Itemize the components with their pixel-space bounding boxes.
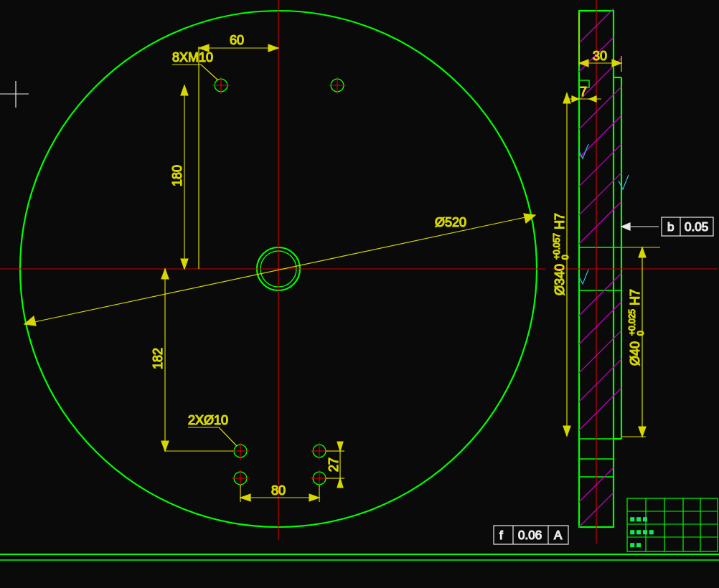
svg-line-46: [219, 427, 237, 446]
gtol-f: f 0.06 A: [494, 526, 568, 544]
title-block: ■ ■ ■ ■ ■ ■ ■ ■ ■: [627, 498, 718, 551]
svg-text:182: 182: [151, 348, 165, 369]
dim-d340: Ø340 +0.057 0 H7: [552, 93, 570, 436]
svg-text:H7: H7: [628, 289, 642, 305]
svg-text:30: 30: [593, 49, 607, 63]
svg-text:27: 27: [326, 457, 341, 472]
callout-8xm10: 8XM10: [172, 50, 218, 80]
svg-text:0: 0: [636, 331, 646, 336]
gtol-b: b 0.05: [621, 217, 713, 236]
svg-text:b: b: [667, 220, 674, 234]
side-view: 30 7 Ø340 +0.057 0 H7: [494, 0, 718, 544]
svg-marker-109: [639, 427, 646, 437]
svg-marker-39: [181, 259, 188, 269]
svg-marker-43: [161, 441, 169, 451]
svg-text:2XØ10: 2XØ10: [188, 413, 228, 427]
svg-marker-52: [240, 494, 250, 501]
svg-marker-53: [309, 494, 319, 501]
svg-text:■ ■ ■ ■: ■ ■ ■ ■: [630, 528, 654, 536]
front-view: Ø520 8XM10 60 180 182: [0, 0, 545, 540]
svg-marker-35: [268, 44, 278, 52]
svg-text:H7: H7: [553, 213, 567, 229]
svg-marker-59: [337, 478, 343, 488]
svg-line-79: [579, 173, 621, 215]
ucs-icon: [0, 81, 29, 108]
svg-marker-119: [621, 223, 630, 230]
svg-line-85: [579, 388, 621, 430]
svg-line-29: [201, 65, 218, 80]
svg-marker-108: [639, 247, 646, 257]
svg-marker-58: [337, 442, 343, 451]
surface-mark-2: [619, 175, 629, 189]
svg-marker-100: [563, 426, 570, 436]
svg-line-81: [579, 273, 621, 316]
svg-text:Ø520: Ø520: [435, 215, 466, 229]
svg-text:80: 80: [271, 483, 286, 498]
svg-marker-92: [612, 60, 621, 67]
dim-180: 180: [170, 85, 188, 269]
svg-text:7: 7: [580, 85, 587, 99]
dim-80: 80: [240, 483, 319, 502]
svg-text:Ø40: Ø40: [628, 341, 642, 366]
svg-text:f: f: [499, 528, 503, 542]
svg-text:180: 180: [170, 165, 184, 186]
dim-d40: Ø40 +0.025 0 H7: [622, 247, 660, 437]
svg-text:Ø340: Ø340: [553, 264, 567, 295]
svg-text:0.05: 0.05: [685, 220, 708, 234]
dim-diameter-520: Ø520: [24, 214, 535, 326]
svg-text:8XM10: 8XM10: [172, 50, 213, 65]
cad-canvas[interactable]: Ø520 8XM10 60 180 182: [0, 0, 719, 588]
svg-text:60: 60: [230, 33, 244, 47]
svg-marker-96: [589, 96, 596, 102]
dim-60: 60: [199, 33, 278, 269]
svg-text:0.06: 0.06: [518, 528, 542, 542]
svg-line-84: [579, 359, 621, 402]
callout-2x10: 2XØ10: [188, 413, 237, 446]
svg-rect-126: [627, 498, 718, 551]
svg-text:■ ■ ■: ■ ■ ■: [630, 515, 647, 523]
svg-text:0: 0: [560, 255, 570, 260]
svg-marker-95: [572, 96, 579, 102]
svg-marker-26: [524, 214, 535, 223]
svg-line-82: [579, 302, 621, 344]
svg-line-25: [24, 215, 535, 324]
svg-line-83: [579, 331, 621, 373]
svg-marker-91: [579, 60, 588, 67]
svg-text:■ ■: ■ ■: [630, 541, 641, 549]
svg-marker-42: [161, 269, 169, 279]
svg-marker-38: [181, 85, 188, 95]
svg-marker-99: [563, 93, 570, 103]
svg-text:A: A: [554, 528, 563, 542]
svg-line-80: [579, 201, 621, 244]
dim-27: 27: [326, 442, 344, 488]
